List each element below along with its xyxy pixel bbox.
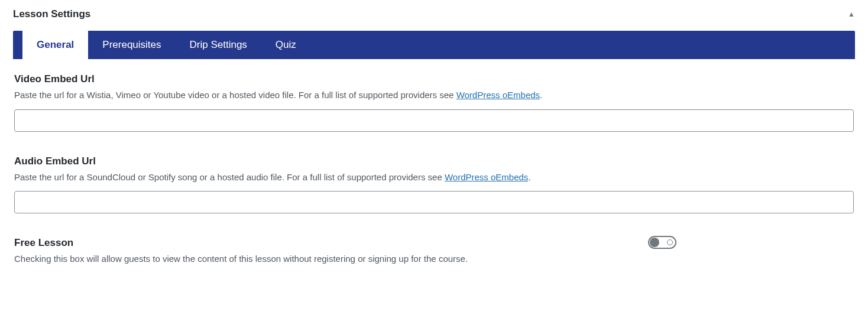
audio-embed-label: Audio Embed Url [14, 155, 854, 167]
video-embed-description: Paste the url for a Wistia, Vimeo or You… [14, 89, 854, 102]
audio-embed-input[interactable] [14, 191, 854, 213]
video-oembeds-link[interactable]: WordPress oEmbeds [456, 90, 540, 100]
free-lesson-toggle[interactable] [648, 236, 676, 249]
tab-general[interactable]: General [22, 31, 88, 59]
audio-embed-description: Paste the url for a SoundCloud or Spotif… [14, 171, 854, 184]
tab-prerequisites[interactable]: Prerequisites [88, 31, 175, 59]
tab-quiz[interactable]: Quiz [261, 31, 310, 59]
toggle-ring-icon [667, 239, 673, 245]
audio-oembeds-link[interactable]: WordPress oEmbeds [445, 172, 528, 182]
video-embed-input[interactable] [14, 109, 854, 132]
toggle-knob-icon [650, 238, 659, 247]
free-lesson-label: Free Lesson [14, 237, 624, 249]
free-lesson-description: Checking this box will allow guests to v… [14, 252, 624, 266]
collapse-icon[interactable]: ▲ [848, 10, 855, 18]
video-embed-label: Video Embed Url [14, 73, 854, 85]
tab-drip-settings[interactable]: Drip Settings [176, 31, 261, 59]
panel-title: Lesson Settings [13, 8, 90, 20]
tabs-bar: General Prerequisites Drip Settings Quiz [13, 31, 855, 59]
